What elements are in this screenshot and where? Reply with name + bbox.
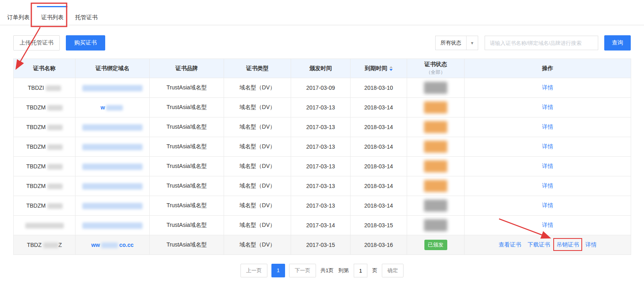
header-expiry-date[interactable]: 到期时间 (351, 59, 407, 78)
operations-cell: 查看证书下载证书吊销证书详情 (465, 235, 631, 255)
table-row: TBDZMwTrustAsia域名型域名型（DV）2017-03-132018-… (14, 98, 631, 117)
table-row: TBDZMTrustAsia域名型域名型（DV）2017-03-132018-0… (14, 137, 631, 157)
domain-wrap (82, 143, 143, 150)
cert-type-cell: 域名型（DV） (224, 137, 291, 157)
tab-certificate-list[interactable]: 证书列表 (40, 10, 64, 25)
sort-expiry-icon[interactable] (389, 66, 393, 71)
domain-wrap (82, 163, 143, 169)
prev-page-button[interactable]: 上一页 (240, 264, 267, 277)
cert-brand-cell: TrustAsia域名型 (150, 98, 224, 117)
redacted-domain (82, 124, 143, 131)
tab-bar: 订单列表 证书列表 托管证书 (0, 0, 644, 25)
redacted-domain (82, 203, 143, 209)
cert-name-cell: TBDZM (14, 137, 75, 157)
operations-cell: 详情 (465, 176, 631, 196)
operations-cell: 详情 (465, 157, 631, 176)
operation-link[interactable]: 吊销证书 (556, 241, 579, 248)
page-number-input[interactable] (354, 264, 367, 277)
expiry-date-cell: 2018-03-14 (351, 98, 407, 117)
header-issue-date: 颁发时间 (291, 59, 351, 78)
tab-order-list[interactable]: 订单列表 (6, 10, 31, 25)
cert-name-cell: TBDZM (14, 157, 75, 176)
buy-certificate-button[interactable]: 购买证书 (66, 35, 105, 51)
domain-link[interactable]: wwco.cc (91, 242, 134, 248)
cert-domain-cell (75, 216, 150, 235)
pagination: 上一页 1 下一页 共1页 到第 页 确定 (0, 264, 644, 277)
operation-link[interactable]: 详情 (542, 123, 553, 130)
next-page-button[interactable]: 下一页 (289, 264, 316, 277)
redacted-domain (82, 222, 143, 229)
header-cert-status[interactable]: 证书状态 （全部） (407, 59, 465, 78)
certificate-table: 证书名称 证书绑定域名 证书品牌 证书类型 颁发时间 到期时间 证书状态 （全部… (13, 59, 631, 255)
toolbar: 上传托管证书 购买证书 所有状态 ▼ 查询 (13, 35, 631, 51)
cert-domain-cell: w (75, 98, 150, 117)
operations-cell: 详情 (465, 216, 631, 235)
header-cert-brand: 证书品牌 (150, 59, 224, 78)
header-operations: 操作 (465, 59, 631, 78)
operation-link[interactable]: 详情 (542, 143, 553, 150)
expiry-date-cell: 2018-03-14 (351, 176, 407, 196)
toolbar-right-group: 所有状态 ▼ 查询 (435, 35, 631, 51)
operation-link[interactable]: 详情 (585, 241, 597, 248)
confirm-page-button[interactable]: 确定 (382, 264, 404, 277)
cert-type-cell: 域名型（DV） (224, 117, 291, 137)
search-input[interactable] (485, 36, 598, 50)
status-cell: 已颁发 (407, 235, 465, 255)
domain-wrap (82, 222, 143, 228)
operation-link[interactable]: 详情 (542, 104, 553, 110)
redacted-domain (82, 144, 143, 150)
operation-link[interactable]: 详情 (542, 202, 553, 208)
table-row: TBDZITrustAsia域名型域名型（DV）2017-03-092018-0… (14, 78, 631, 98)
status-filter-all[interactable]: （全部） (407, 69, 464, 76)
header-expiry-label: 到期时间 (365, 65, 387, 71)
issue-date-cell: 2017-03-15 (291, 235, 351, 255)
status-cell (407, 216, 465, 235)
domain-wrap (82, 202, 143, 208)
query-button[interactable]: 查询 (604, 35, 631, 51)
domain-link[interactable]: w (101, 104, 124, 111)
cert-type-cell: 域名型（DV） (224, 216, 291, 235)
operation-link[interactable]: 查看证书 (499, 241, 521, 248)
status-filter-select[interactable]: 所有状态 ▼ (435, 36, 478, 50)
redacted-name (47, 184, 63, 189)
expiry-date-cell: 2018-03-15 (351, 216, 407, 235)
page-unit-label: 页 (372, 267, 377, 274)
issue-date-cell: 2017-03-14 (291, 216, 351, 235)
table-row: TBDZMTrustAsia域名型域名型（DV）2017-03-132018-0… (14, 176, 631, 196)
operation-link[interactable]: 详情 (542, 163, 553, 169)
cert-type-cell: 域名型（DV） (224, 235, 291, 255)
goto-page-label: 到第 (338, 267, 349, 274)
redacted-status (424, 200, 447, 212)
domain-wrap (82, 182, 143, 189)
redacted-domain (82, 164, 143, 170)
status-cell (407, 157, 465, 176)
status-filter-value: 所有状态 (440, 39, 461, 46)
expiry-date-cell: 2018-03-10 (351, 78, 407, 98)
operation-link[interactable]: 详情 (542, 84, 553, 91)
redacted-status (424, 121, 447, 133)
operation-link[interactable]: 下载证书 (528, 241, 550, 248)
redacted-name (25, 223, 64, 228)
cert-brand-cell: TrustAsia域名型 (150, 196, 224, 216)
redacted-status (424, 82, 447, 94)
expiry-date-cell: 2018-03-14 (351, 157, 407, 176)
operation-link[interactable]: 详情 (542, 222, 553, 228)
issue-date-cell: 2017-03-13 (291, 98, 351, 117)
cert-name-cell (14, 216, 75, 235)
operation-link[interactable]: 详情 (542, 182, 553, 189)
cert-domain-cell (75, 137, 150, 157)
cert-name-cell: TBDZM (14, 117, 75, 137)
upload-hosted-cert-button[interactable]: 上传托管证书 (13, 35, 60, 51)
redacted-domain (82, 85, 143, 91)
cert-domain-cell (75, 176, 150, 196)
redacted-name (47, 125, 63, 130)
cert-brand-cell: TrustAsia域名型 (150, 176, 224, 196)
status-cell (407, 137, 465, 157)
cert-type-cell: 域名型（DV） (224, 176, 291, 196)
cert-brand-cell: TrustAsia域名型 (150, 157, 224, 176)
cert-domain-cell: wwco.cc (75, 235, 150, 255)
redacted-status (424, 141, 447, 153)
current-page-indicator[interactable]: 1 (271, 264, 285, 277)
tab-hosted-certificates[interactable]: 托管证书 (74, 10, 98, 25)
issue-date-cell: 2017-03-13 (291, 157, 351, 176)
